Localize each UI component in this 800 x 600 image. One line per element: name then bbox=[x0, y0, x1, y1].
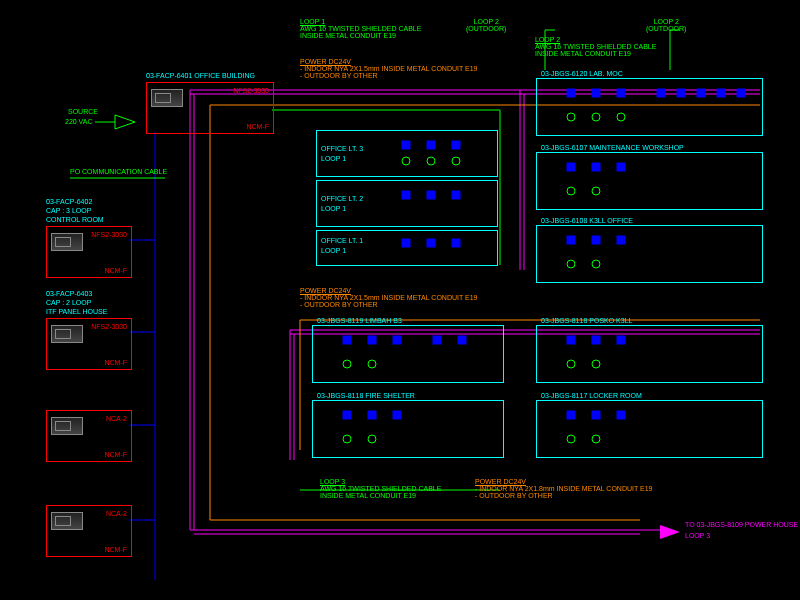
svg-rect-10 bbox=[452, 191, 460, 199]
svg-rect-39 bbox=[458, 336, 466, 344]
output-to: TO 03-JBGS-8109 POWER HOUSE bbox=[685, 521, 798, 528]
svg-point-55 bbox=[567, 435, 575, 443]
loop2-outdoor-2: LOOP 2(OUTDOOR) bbox=[646, 18, 686, 32]
loop1-callout: LOOP 1 AWG 16 TWISTED SHIELDED CABLE INS… bbox=[300, 18, 421, 39]
loop3-callout: LOOP 3 AWG 16 TWISTED SHIELDED CABLE INS… bbox=[320, 478, 441, 499]
panel-icon bbox=[51, 233, 83, 251]
svg-rect-8 bbox=[402, 191, 410, 199]
svg-rect-42 bbox=[343, 411, 351, 419]
bldg-8117: 03-JBGS-8117 LOCKER ROOM bbox=[536, 400, 763, 458]
svg-rect-20 bbox=[717, 89, 725, 97]
svg-rect-2 bbox=[402, 141, 410, 149]
power-bot: POWER DC24V - INDOOR NYA 2X1.8mm INSIDE … bbox=[475, 478, 653, 499]
svg-rect-37 bbox=[393, 336, 401, 344]
svg-rect-36 bbox=[368, 336, 376, 344]
svg-rect-30 bbox=[567, 236, 575, 244]
lp0-cap: CAP : 3 LOOP bbox=[46, 207, 91, 214]
left-panel-2: NCA-2 NCM-F bbox=[46, 410, 132, 462]
svg-rect-47 bbox=[567, 336, 575, 344]
po-cable-leader bbox=[70, 175, 270, 195]
lp0-name: CONTROL ROOM bbox=[46, 216, 104, 223]
svg-point-33 bbox=[567, 260, 575, 268]
loop2-outdoor-1: LOOP 2(OUTDOOR) bbox=[466, 18, 506, 32]
output-loop: LOOP 3 bbox=[685, 532, 710, 539]
svg-rect-16 bbox=[617, 89, 625, 97]
svg-point-7 bbox=[452, 157, 460, 165]
devices bbox=[313, 326, 503, 382]
svg-rect-31 bbox=[592, 236, 600, 244]
svg-point-50 bbox=[567, 360, 575, 368]
svg-rect-53 bbox=[592, 411, 600, 419]
svg-point-41 bbox=[368, 360, 376, 368]
svg-point-23 bbox=[592, 113, 600, 121]
svg-rect-9 bbox=[427, 191, 435, 199]
office-lt3: OFFICE LT. 3 LOOP 1 bbox=[316, 130, 498, 177]
bldg-8118-fire: 03-JBGS-8118 FIRE SHELTER bbox=[312, 400, 504, 458]
svg-rect-4 bbox=[452, 141, 460, 149]
panel-icon bbox=[51, 512, 83, 530]
bldg-8118-posko: 03-JBGS-8118 POSKO K3LL bbox=[536, 325, 763, 383]
left-panel-1: NFS2-3030 NCM-F bbox=[46, 318, 132, 370]
devices bbox=[537, 153, 762, 209]
svg-point-24 bbox=[617, 113, 625, 121]
svg-rect-17 bbox=[657, 89, 665, 97]
bldg-6108: 03-JBGS-6108 K3LL OFFICE bbox=[536, 225, 763, 283]
devices bbox=[313, 401, 503, 457]
lp0-id: 03-FACP-6402 bbox=[46, 198, 92, 205]
svg-rect-27 bbox=[617, 163, 625, 171]
lp1-id: 03-FACP-6403 bbox=[46, 290, 92, 297]
svg-point-40 bbox=[343, 360, 351, 368]
devices bbox=[537, 226, 762, 282]
svg-rect-3 bbox=[427, 141, 435, 149]
svg-marker-0 bbox=[660, 525, 680, 539]
bldg-6120: 03-JBGS-6120 LAB. MOC bbox=[536, 78, 763, 136]
devices bbox=[537, 326, 762, 382]
loop2-callout: LOOP 2 AWG 16 TWISTED SHIELDED CABLE INS… bbox=[535, 36, 656, 57]
main-net: NCM-F bbox=[246, 123, 269, 130]
svg-rect-38 bbox=[433, 336, 441, 344]
panel-icon bbox=[51, 417, 83, 435]
main-model: NFS2-3030 bbox=[233, 87, 269, 94]
lp1-name: ITF PANEL HOUSE bbox=[46, 308, 107, 315]
devices bbox=[317, 131, 497, 176]
svg-point-34 bbox=[592, 260, 600, 268]
svg-point-46 bbox=[368, 435, 376, 443]
svg-rect-15 bbox=[592, 89, 600, 97]
svg-point-56 bbox=[592, 435, 600, 443]
devices bbox=[317, 231, 497, 265]
svg-rect-44 bbox=[393, 411, 401, 419]
svg-rect-13 bbox=[452, 239, 460, 247]
devices bbox=[537, 401, 762, 457]
bldg-8119: 03-JBGS-8119 LIMBAH B3 bbox=[312, 325, 504, 383]
office-lt2: OFFICE LT. 2 LOOP 1 bbox=[316, 180, 498, 227]
panel-icon bbox=[51, 325, 83, 343]
devices bbox=[537, 79, 762, 135]
svg-rect-32 bbox=[617, 236, 625, 244]
svg-rect-14 bbox=[567, 89, 575, 97]
main-panel-id: 03-FACP-6401 OFFICE BUILDING bbox=[146, 72, 255, 79]
svg-rect-19 bbox=[697, 89, 705, 97]
svg-point-28 bbox=[567, 187, 575, 195]
panel-icon bbox=[151, 89, 183, 107]
svg-rect-52 bbox=[567, 411, 575, 419]
svg-point-45 bbox=[343, 435, 351, 443]
power-mid: POWER DC24V - INDOOR NYA 2X1.5mm INSIDE … bbox=[300, 287, 478, 308]
svg-rect-18 bbox=[677, 89, 685, 97]
svg-rect-35 bbox=[343, 336, 351, 344]
svg-point-6 bbox=[427, 157, 435, 165]
svg-marker-1 bbox=[115, 115, 135, 129]
svg-rect-25 bbox=[567, 163, 575, 171]
power-top: POWER DC24V - INDOOR NYA 2X1.5mm INSIDE … bbox=[300, 58, 478, 79]
svg-rect-43 bbox=[368, 411, 376, 419]
svg-rect-26 bbox=[592, 163, 600, 171]
bldg-6107: 03-JBGS-6107 MAINTENANCE WORKSHOP bbox=[536, 152, 763, 210]
devices bbox=[317, 181, 497, 226]
source-label: SOURCE bbox=[68, 108, 98, 115]
svg-rect-12 bbox=[427, 239, 435, 247]
svg-rect-21 bbox=[737, 89, 745, 97]
po-cable: PO COMMUNICATION CABLE bbox=[70, 168, 167, 175]
lp1-cap: CAP : 2 LOOP bbox=[46, 299, 91, 306]
svg-point-51 bbox=[592, 360, 600, 368]
svg-rect-49 bbox=[617, 336, 625, 344]
office-lt1: OFFICE LT. 1 LOOP 1 bbox=[316, 230, 498, 266]
